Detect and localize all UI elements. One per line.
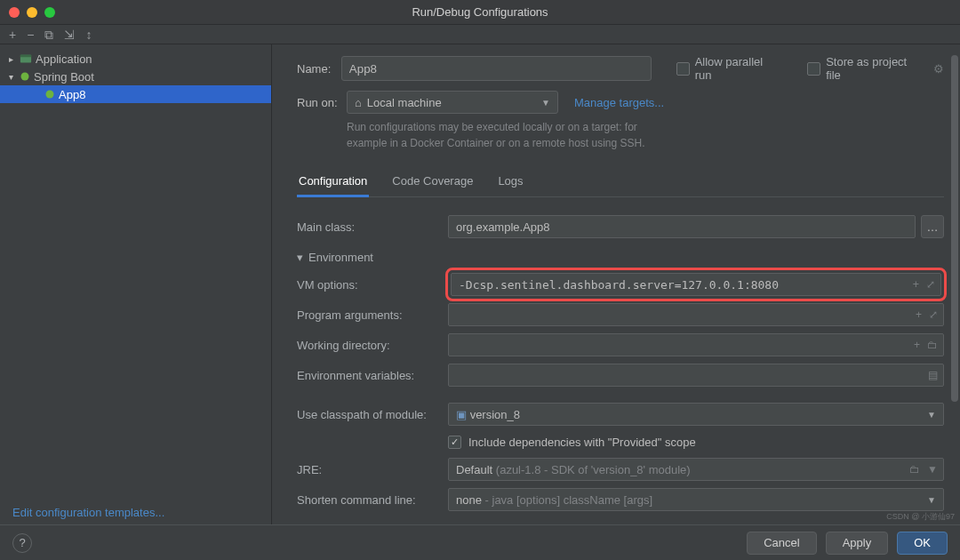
plus-icon[interactable]: + [916, 308, 922, 321]
plus-icon[interactable]: + [914, 339, 920, 351]
spring-icon [20, 71, 30, 82]
chevron-down-icon[interactable]: ▾ [5, 72, 16, 82]
vm-options-label: VM options: [297, 278, 448, 292]
tree-label: App8 [59, 88, 85, 101]
tab-code-coverage[interactable]: Code Coverage [390, 167, 475, 196]
watermark: CSDN @ 小游仙97 [886, 511, 955, 523]
program-args-label: Program arguments: [297, 308, 448, 322]
svg-point-3 [46, 91, 54, 99]
tree-node-app8[interactable]: App8 [0, 85, 271, 103]
main-class-input[interactable]: org.example.App8 [448, 215, 916, 238]
folder-icon[interactable]: 🗀 [927, 339, 938, 351]
allow-parallel-label: Allow parallel run [695, 55, 783, 82]
svg-rect-1 [20, 55, 31, 58]
runon-value: Local machine [367, 96, 442, 109]
env-vars-label: Environment variables: [297, 369, 448, 382]
window-title: Run/Debug Configurations [412, 5, 548, 19]
chevron-down-icon: ▼ [541, 98, 550, 108]
remove-config-icon[interactable]: − [27, 28, 34, 41]
sidebar-toolbar: + − ⧉ ⇲ ↕ [0, 25, 960, 44]
chevron-down-icon: ▼ [927, 410, 936, 420]
chevron-right-icon[interactable]: ▸ [5, 54, 16, 64]
jre-label: JRE: [297, 463, 448, 476]
cancel-button[interactable]: Cancel [747, 532, 816, 555]
tree-label: Spring Boot [34, 70, 94, 84]
svg-point-2 [21, 73, 29, 81]
manage-targets-link[interactable]: Manage targets... [574, 96, 664, 109]
module-icon: ▣ [456, 408, 467, 421]
allow-parallel-checkbox[interactable] [676, 62, 690, 76]
help-button[interactable]: ? [12, 533, 32, 553]
tree-node-application[interactable]: ▸ Application [0, 50, 271, 68]
application-icon [20, 52, 32, 65]
program-args-input[interactable]: +⤢ [448, 303, 944, 326]
expand-icon[interactable]: ⤢ [929, 308, 938, 321]
store-as-file-label: Store as project file [826, 55, 924, 82]
name-label: Name: [297, 62, 341, 76]
jre-dropdown[interactable]: Default (azul-1.8 - SDK of 'version_8' m… [448, 458, 944, 481]
env-vars-input[interactable]: ▤ [448, 364, 944, 387]
runon-hint: Run configurations may be executed local… [347, 119, 944, 151]
expand-icon[interactable]: ⤢ [926, 278, 935, 291]
sort-config-icon[interactable]: ↕ [85, 28, 92, 41]
edit-templates-link[interactable]: Edit configuration templates... [12, 506, 164, 519]
tree-node-springboot[interactable]: ▾ Spring Boot [0, 68, 271, 85]
chevron-down-icon: ▼ [927, 463, 938, 476]
environment-section-toggle[interactable]: ▾ Environment [297, 251, 944, 264]
gear-icon[interactable]: ⚙ [933, 62, 944, 76]
browse-class-button[interactable]: … [921, 215, 944, 238]
shorten-label: Shorten command line: [297, 493, 448, 507]
classpath-dropdown[interactable]: ▣ version_8 ▼ [448, 403, 944, 426]
plus-icon[interactable]: + [913, 278, 919, 291]
working-dir-input[interactable]: +🗀 [448, 333, 944, 356]
include-provided-checkbox[interactable]: ✓ [448, 436, 461, 449]
dialog-footer: ? Cancel Apply OK [0, 524, 960, 560]
tab-configuration[interactable]: Configuration [297, 167, 369, 196]
config-tree: ▸ Application ▾ Spring Boot App8 [0, 44, 272, 524]
config-form: Name: Allow parallel run Store as projec… [272, 44, 960, 524]
vm-options-input[interactable]: -Dcsp.sentinel.dashboard.server=127.0.0.… [451, 273, 941, 296]
tab-logs[interactable]: Logs [496, 167, 524, 196]
config-tabs: Configuration Code Coverage Logs [297, 167, 944, 197]
store-as-file-checkbox[interactable] [807, 62, 820, 76]
runon-label: Run on: [297, 91, 347, 109]
tree-label: Application [36, 52, 92, 66]
scrollbar[interactable] [951, 55, 958, 524]
titlebar: Run/Debug Configurations [0, 0, 960, 25]
window-controls [9, 7, 55, 18]
apply-button[interactable]: Apply [826, 532, 889, 555]
scrollbar-thumb[interactable] [951, 55, 958, 402]
shorten-dropdown[interactable]: none - java [options] className [args] ▼ [448, 488, 944, 511]
runon-dropdown[interactable]: ⌂ Local machine ▼ [347, 91, 558, 114]
chevron-down-icon: ▼ [927, 495, 936, 505]
close-window-icon[interactable] [9, 7, 20, 18]
include-provided-label: Include dependencies with "Provided" sco… [468, 436, 696, 449]
copy-config-icon[interactable]: ⧉ [44, 28, 53, 41]
chevron-down-icon: ▾ [297, 251, 303, 264]
name-input[interactable] [341, 56, 652, 81]
ok-button[interactable]: OK [897, 532, 948, 555]
zoom-window-icon[interactable] [44, 7, 55, 18]
add-config-icon[interactable]: + [9, 28, 16, 41]
working-dir-label: Working directory: [297, 339, 448, 352]
list-icon[interactable]: ▤ [928, 369, 938, 381]
home-icon: ⌂ [355, 96, 362, 109]
classpath-label: Use classpath of module: [297, 408, 448, 421]
minimize-window-icon[interactable] [27, 7, 37, 18]
spring-icon [44, 89, 55, 100]
save-config-icon[interactable]: ⇲ [64, 28, 75, 41]
main-class-label: Main class: [297, 220, 448, 234]
folder-icon[interactable]: 🗀 [909, 463, 920, 476]
